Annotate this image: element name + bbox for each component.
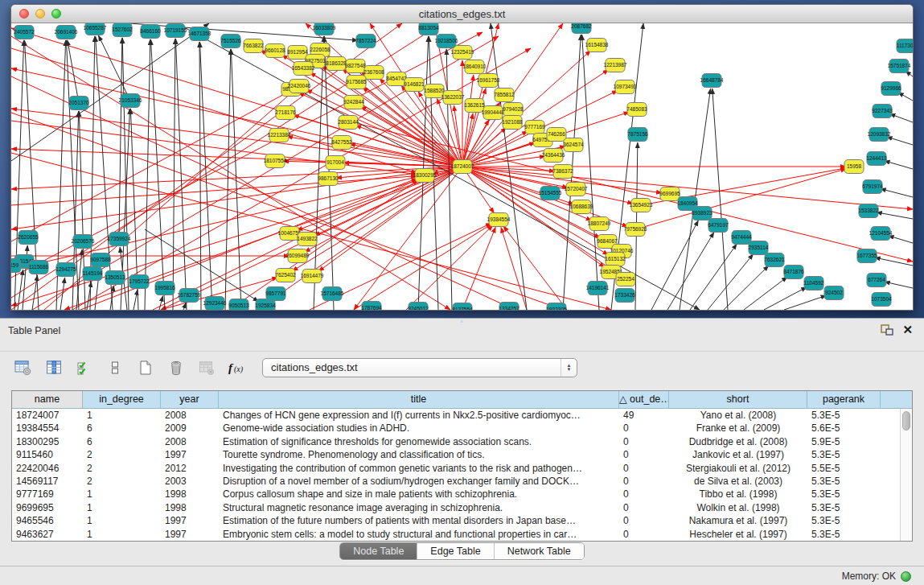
cell-short: Hescheler et al. (1997) [669,528,807,541]
zoom-window-button[interactable] [51,9,61,19]
citation-edge-black [764,287,807,310]
table-scrollbar[interactable] [900,409,912,541]
citation-edge-black [145,39,150,310]
cell-year: 2009 [161,422,219,435]
graph-node-label: 18107554 [264,158,287,163]
graph-node-label: 20691406 [55,29,78,35]
graph-node-label: 8127554 [452,307,473,310]
table-row[interactable]: 969969511998Structural magnetic resonanc… [12,501,912,514]
cell-short: Stergiakouli et al. (2012) [669,462,807,475]
graph-node-label: 7632621 [764,257,785,262]
delete-columns-icon[interactable] [166,357,187,378]
graph-node-label: 9129966 [881,85,901,91]
graph-node-label: 1334257 [499,306,519,310]
table-row[interactable]: 1872400712008Changes of HCN gene express… [12,409,912,422]
graph-node-label: 1922305 [546,307,567,310]
graph-node-label: 16782759 [178,292,201,298]
cell-year: 2003 [161,475,219,488]
cell-short: Yano et al. (2008) [669,409,807,422]
cell-in_degree: 6 [83,435,161,448]
cell-title: Estimation of significance thresholds fo… [219,435,619,448]
graph-node-label: 7855812 [494,92,515,97]
graph-node-label: 9857791 [265,290,286,296]
minimize-window-button[interactable] [35,9,45,19]
node-table: namein_degreeyeartitle△ out_de…shortpage… [11,390,913,542]
tab-node-table[interactable]: Node Table [340,543,417,559]
graph-node-label: 1840954 [677,200,698,206]
memory-status: Memory: OK [842,571,896,582]
table-row[interactable]: 946554611997Estimation of the future num… [12,514,912,527]
graph-node-label: 1073504 [871,296,892,302]
column-header-name[interactable]: name [12,391,83,408]
graph-node-label: 16033809 [313,25,336,31]
table-row[interactable]: 1830029562008Estimation of significance … [12,435,912,448]
table-row[interactable]: 977716911998Corpus callosum shape and si… [12,488,912,501]
window-controls [19,9,61,19]
graph-node-label: 15154555 [539,190,562,196]
citation-edge-red [346,121,913,262]
scrollbar-thumb[interactable] [902,411,910,431]
close-panel-icon[interactable]: ✕ [902,323,913,337]
network-view[interactable]: 1872400776638229660128891295422260589827… [11,23,913,310]
graph-node-label: 7857224 [355,38,376,43]
float-panel-icon[interactable] [881,324,893,339]
cell-in_degree: 2 [83,462,161,475]
graph-node-label: 8813054 [418,25,439,31]
graph-node-label: 15716485 [321,290,344,296]
tab-edge-table[interactable]: Edge Table [417,543,493,559]
cell-out_degree: 0 [619,422,669,435]
cell-pagerank: 5.3E-5 [807,475,881,488]
cell-name: 9465546 [12,514,83,527]
column-header-out_degree[interactable]: △ out_de… [619,391,669,408]
table-row[interactable]: 1456911722003Disruption of a novel membe… [12,475,912,488]
graph-node-label: 12213987 [604,62,627,68]
column-header-pagerank[interactable]: pagerank [807,391,881,408]
graph-node-label: 21053346 [119,97,142,103]
column-header-in_degree[interactable]: in_degree [83,391,161,408]
table-row[interactable]: 1938455462009Genome-wide association stu… [12,422,912,435]
graph-node-label: 252254 [617,276,634,282]
network-canvas[interactable]: 1872400776638229660128891295422260589827… [11,23,913,310]
cell-title: Disruption of a novel member of a sodium… [219,475,619,488]
cell-name: 9777169 [12,488,83,501]
citation-edge-black [582,35,599,310]
function-builder-icon[interactable]: f(x) [227,357,248,378]
panel-title: Table Panel [8,325,60,336]
column-header-title[interactable]: title [219,391,619,408]
column-header-year[interactable]: year [161,391,219,408]
tab-network-table[interactable]: Network Table [494,543,584,559]
row-options-icon[interactable] [105,357,125,378]
cell-title: Corpus callosum shape and size in male p… [219,488,619,501]
table-options-icon[interactable] [13,357,34,378]
application-desktop: citations_edges.txt 18724007766382296601… [0,0,924,585]
graph-node-label: 9474444 [731,234,752,240]
cell-year: 1997 [161,448,219,461]
table-row[interactable]: 911546021997Tourette syndrome. Phenomeno… [12,448,912,461]
svg-text:f: f [228,361,234,374]
citation-edge-black [18,270,23,310]
cell-pagerank: 5.3E-5 [807,409,881,422]
citation-edge-black [713,89,728,310]
window-titlebar[interactable]: citations_edges.txt [11,5,913,23]
table-select-dropdown[interactable]: citations_edges.txt ▲▼ [262,358,577,377]
graph-node-label: 18300295 [413,172,437,178]
column-header-short[interactable]: short [669,391,807,408]
new-column-icon[interactable] [135,357,156,378]
table-row[interactable]: 2242004622012Investigating the contribut… [12,462,912,475]
citation-edge-black [667,233,714,310]
graph-node-label: 79756928 [624,226,647,232]
select-columns-icon[interactable] [74,357,95,378]
cell-in_degree: 1 [83,488,161,501]
citation-edge-black [885,282,913,288]
show-columns-icon[interactable] [43,357,64,378]
cell-title: Embryonic stem cells: a model to study s… [219,528,619,541]
citation-edge-black [724,266,769,310]
graph-node-label: 6479197 [708,222,729,228]
cell-year: 2008 [161,409,219,422]
cell-name: 22420046 [12,462,83,475]
table-row[interactable]: 946362711997Embryonic stem cells: a mode… [12,528,912,541]
close-window-button[interactable] [19,9,29,19]
graph-node-label: 2803144 [338,119,359,125]
graph-node-label: 8186328 [326,60,347,66]
cell-in_degree: 1 [83,409,161,422]
